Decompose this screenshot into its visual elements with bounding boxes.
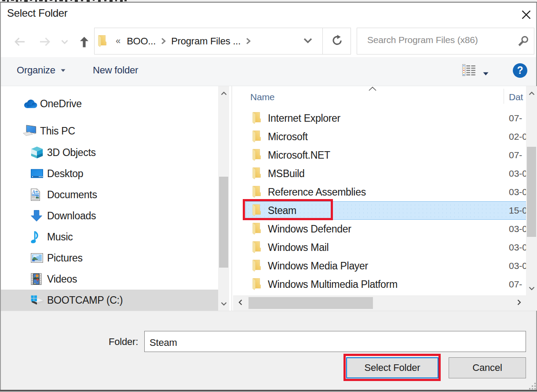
file-row-msbuild[interactable]: MSBuild03-0 — [233, 164, 527, 183]
folder-name-input[interactable] — [144, 331, 526, 352]
file-list-scrollbar-thumb[interactable] — [527, 147, 536, 237]
search-box[interactable]: Search Program Files (x86) — [357, 28, 534, 54]
sidebar-item-onedrive[interactable]: OneDrive — [1, 93, 218, 114]
sidebar-item-documents[interactable]: ADocuments — [1, 184, 218, 205]
file-name: Windows Mail — [268, 242, 329, 254]
file-name: Windows Defender — [268, 223, 351, 235]
annotation-box-select-folder — [343, 354, 441, 381]
file-name: Internet Explorer — [268, 113, 340, 124]
organize-button[interactable]: Organize — [17, 65, 66, 76]
address-dropdown-button[interactable] — [297, 28, 319, 54]
forward-icon — [39, 37, 51, 48]
cancel-button[interactable]: Cancel — [449, 357, 526, 378]
pictures-icon — [31, 253, 43, 263]
sidebar-item-pictures[interactable]: Pictures — [1, 247, 218, 269]
scroll-down-arrow[interactable] — [526, 281, 537, 295]
sidebar-item-label: Downloads — [47, 210, 96, 222]
chevron-up-icon — [221, 89, 227, 97]
sidebar-item-videos[interactable]: Videos — [1, 269, 218, 290]
recent-locations-button[interactable] — [60, 39, 69, 46]
scroll-up-arrow[interactable] — [218, 86, 229, 100]
scroll-right-arrow[interactable] — [512, 295, 526, 311]
sidebar-item-desktop[interactable]: Desktop — [1, 163, 218, 184]
file-row-windows-defender[interactable]: Windows Defender03-0 — [233, 220, 527, 238]
sidebar-item-label: OneDrive — [40, 98, 82, 110]
scroll-down-arrow[interactable] — [218, 297, 229, 311]
chevron-down-icon — [529, 284, 535, 292]
file-date: 03-0 — [509, 242, 527, 253]
breadcrumb-segment-folder[interactable]: Program Files ... — [171, 36, 241, 47]
chevron-right-icon — [517, 299, 521, 307]
column-separator[interactable] — [504, 89, 504, 104]
folder-icon — [252, 278, 261, 290]
background-text-fragment — [93, 0, 95, 1]
sidebar-item-this-pc[interactable]: This PC — [1, 120, 218, 142]
column-header-name[interactable]: Name — [250, 92, 274, 102]
caret-down-icon — [61, 63, 66, 75]
file-row-microsoft[interactable]: Microsoft02-0 — [233, 127, 527, 146]
file-row-windows-mail[interactable]: Windows Mail03-0 — [233, 238, 527, 257]
background-text-fragment — [124, 0, 127, 1]
back-button[interactable] — [12, 36, 26, 49]
sidebar-item-label: Music — [47, 231, 73, 243]
background-text-fragment — [20, 0, 22, 1]
address-bar[interactable]: « BOO... Program Files ... — [94, 28, 351, 54]
file-name: Reference Assemblies — [268, 186, 366, 198]
file-list-vertical-scrollbar[interactable] — [526, 86, 537, 295]
new-folder-button[interactable]: New folder — [93, 65, 138, 76]
onedrive-icon — [23, 99, 37, 109]
details-view-icon — [462, 64, 475, 78]
search-icon[interactable] — [518, 36, 530, 48]
chevron-up-icon — [529, 89, 535, 97]
chevron-right-icon[interactable] — [246, 37, 251, 45]
sidebar-item-music[interactable]: Music — [1, 226, 218, 247]
folder-icon — [252, 186, 261, 198]
scroll-left-arrow[interactable] — [233, 295, 247, 311]
file-name: Microsoft — [268, 131, 308, 143]
svg-text:A: A — [31, 189, 35, 195]
breadcrumb-collapsed-marker[interactable]: « — [116, 36, 121, 46]
chevron-right-icon[interactable] — [161, 37, 166, 45]
refresh-button[interactable] — [323, 28, 351, 54]
file-date: 07- — [509, 113, 522, 123]
breadcrumb-segment-drive[interactable]: BOO... — [127, 36, 156, 47]
file-name: Microsoft.NET — [268, 149, 330, 161]
sidebar-item-bootcamp-c[interactable]: BOOTCAMP (C:) — [1, 290, 218, 311]
horizontal-scrollbar-thumb[interactable] — [248, 297, 373, 309]
background-text-fragment — [50, 0, 52, 1]
file-row-reference-assemblies[interactable]: Reference Assemblies03-0 — [233, 183, 527, 201]
background-text-fragment — [2, 0, 5, 1]
resize-grip-icon[interactable] — [529, 382, 537, 391]
file-date: 07- — [509, 150, 522, 160]
chevron-down-icon — [221, 300, 227, 308]
file-list-horizontal-scrollbar[interactable] — [233, 295, 526, 311]
close-icon — [521, 10, 531, 22]
file-row-internet-explorer[interactable]: Internet Explorer07- — [233, 109, 527, 127]
sidebar-scrollbar-thumb[interactable] — [219, 177, 228, 268]
desktop-icon — [31, 169, 43, 178]
up-arrow-icon — [80, 36, 89, 49]
file-row-windows-multimedia-platform[interactable]: Windows Multimedia Platform07- — [233, 275, 527, 294]
sidebar-item-3d-objects[interactable]: 3D Objects — [1, 142, 218, 163]
file-date: 03-0 — [509, 261, 527, 271]
sidebar-item-label: This PC — [40, 125, 75, 137]
file-name: Windows Multimedia Platform — [268, 279, 398, 290]
file-date: 03-0 — [509, 187, 527, 197]
navigation-bar: « BOO... Program Files ... Search Progra… — [1, 27, 536, 57]
change-view-button[interactable] — [462, 64, 489, 78]
close-button[interactable] — [518, 8, 534, 23]
sidebar-item-downloads[interactable]: Downloads — [1, 205, 218, 226]
sidebar-item-label: Desktop — [47, 168, 83, 180]
back-icon — [14, 37, 26, 48]
help-button[interactable]: ? — [513, 63, 527, 78]
scroll-up-arrow[interactable] — [526, 86, 537, 100]
chevron-left-icon — [238, 299, 242, 307]
forward-button[interactable] — [38, 36, 52, 49]
column-header-date[interactable]: Dat — [509, 92, 523, 102]
sidebar-scrollbar[interactable] — [218, 86, 229, 311]
up-button[interactable] — [78, 36, 90, 49]
file-row-microsoft-net[interactable]: Microsoft.NET07- — [233, 146, 527, 164]
folder-icon — [252, 112, 261, 124]
file-row-windows-media-player[interactable]: Windows Media Player03-0 — [233, 257, 527, 275]
file-list-pane: Name Dat Internet Explorer07-Microsoft02… — [233, 86, 527, 311]
